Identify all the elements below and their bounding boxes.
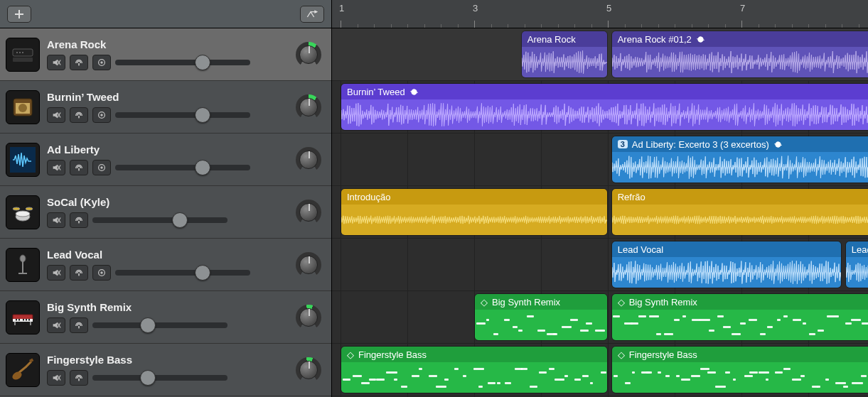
region[interactable]: Lead Vocal [611, 241, 842, 288]
track-instrument-icon[interactable] [6, 195, 40, 229]
region-label: Arena Rock #01,2 [618, 34, 692, 45]
take-count-badge: 3 [618, 140, 628, 148]
region-header: Arena Rock [522, 31, 607, 47]
solo-button[interactable] [70, 107, 88, 123]
svg-rect-31 [78, 221, 80, 224]
svg-point-3 [16, 52, 18, 53]
pan-knob[interactable] [293, 144, 324, 175]
region-label: Ad Liberty: Excerto 3 (3 excertos) [632, 139, 769, 150]
timeline-lane[interactable]: Lead VocalLead [332, 239, 868, 291]
track-instrument-icon[interactable] [6, 38, 40, 72]
track-instrument-icon[interactable] [6, 300, 40, 335]
svg-point-38 [100, 271, 103, 274]
input-monitor-button[interactable] [92, 160, 111, 175]
track-name-label: Burnin’ Tweed [47, 91, 286, 103]
mute-button[interactable] [47, 370, 65, 386]
solo-button[interactable] [70, 265, 88, 281]
pan-knob[interactable] [293, 302, 324, 333]
input-monitor-button[interactable] [92, 55, 111, 70]
solo-button[interactable] [70, 370, 88, 386]
region[interactable]: ◇Fingerstyle Bass [611, 346, 868, 393]
mute-button[interactable] [47, 160, 65, 175]
automation-catch-button[interactable] [300, 6, 324, 23]
region[interactable]: ◇Big Synth Remix [474, 293, 608, 341]
region[interactable]: 3Ad Liberty: Excerto 3 (3 excertos) [611, 136, 868, 183]
solo-button[interactable] [70, 212, 88, 228]
region-header: Lead [846, 241, 868, 257]
track-header[interactable]: Fingerstyle Bass [0, 344, 331, 396]
track-header[interactable]: Arena Rock [0, 28, 331, 81]
pan-knob[interactable] [293, 249, 324, 281]
loop-icon [773, 140, 783, 149]
track-header[interactable]: Burnin’ Tweed [0, 81, 331, 134]
topbar: 1357 [0, 0, 868, 28]
automation-icon [306, 9, 318, 20]
region-body [341, 99, 868, 130]
track-instrument-icon[interactable] [6, 353, 40, 387]
timeline-lane[interactable]: ◇Fingerstyle Bass◇Fingerstyle Bass [332, 344, 868, 396]
main-area: Arena RockBurnin’ TweedAd LibertySoCal (… [0, 28, 868, 397]
track-instrument-icon[interactable] [6, 143, 40, 177]
svg-rect-22 [78, 168, 80, 171]
volume-slider[interactable] [115, 56, 250, 69]
track-header[interactable]: Ad Liberty [0, 134, 331, 186]
mute-button[interactable] [47, 317, 65, 333]
region-label: Lead [852, 244, 868, 255]
track-header-toolbar [0, 0, 332, 28]
track-name-label: SoCal (Kyle) [47, 196, 286, 208]
timeline-lane[interactable]: Burnin’ Tweed [332, 81, 868, 134]
region[interactable]: Introdução [341, 188, 608, 236]
track-controls [47, 160, 286, 175]
volume-slider[interactable] [115, 161, 250, 174]
pan-knob[interactable] [293, 39, 324, 70]
track-body: Arena Rock [47, 38, 286, 70]
track-header[interactable]: Big Synth Remix [0, 291, 331, 344]
solo-button[interactable] [70, 160, 88, 175]
pan-knob[interactable] [293, 92, 324, 123]
track-instrument-icon[interactable] [6, 90, 40, 124]
solo-button[interactable] [70, 317, 88, 333]
track-instrument-icon[interactable] [6, 248, 40, 282]
track-body: Big Synth Remix [47, 301, 286, 333]
track-controls [47, 370, 286, 386]
svg-rect-41 [16, 319, 17, 321]
track-header[interactable]: SoCal (Kyle) [0, 186, 331, 239]
svg-rect-55 [78, 379, 80, 381]
svg-rect-47 [30, 322, 31, 325]
input-monitor-button[interactable] [92, 107, 111, 123]
region[interactable]: ◇Big Synth Remix [611, 293, 868, 341]
plus-icon [14, 9, 25, 20]
timeline-lane[interactable]: ◇Big Synth Remix◇Big Synth Remix [332, 291, 868, 344]
region[interactable]: Burnin’ Tweed [341, 83, 868, 131]
region[interactable]: ◇Fingerstyle Bass [341, 346, 608, 393]
region[interactable]: Refrão [611, 188, 868, 236]
svg-point-5 [22, 52, 23, 53]
solo-button[interactable] [70, 55, 88, 70]
track-header[interactable]: Lead Vocal [0, 239, 331, 291]
region[interactable]: Lead [845, 241, 868, 288]
region[interactable]: Arena Rock #01,2 [611, 31, 868, 78]
timeline-ruler[interactable]: 1357 [332, 0, 868, 28]
volume-slider[interactable] [92, 371, 227, 384]
add-track-button[interactable] [7, 6, 31, 23]
timeline-lane[interactable]: Arena RockArena Rock #01,2 [332, 28, 868, 81]
input-monitor-button[interactable] [92, 265, 111, 281]
pan-knob[interactable] [293, 354, 324, 386]
region-label: Lead Vocal [618, 244, 663, 255]
mute-button[interactable] [47, 55, 65, 70]
timeline[interactable]: Arena RockArena Rock #01,2Burnin’ Tweed3… [332, 28, 868, 397]
mute-button[interactable] [47, 265, 65, 281]
volume-slider[interactable] [115, 266, 250, 279]
timeline-lane[interactable]: IntroduçãoRefrão [332, 186, 868, 239]
mute-button[interactable] [47, 212, 65, 228]
timeline-lane[interactable]: 3Ad Liberty: Excerto 3 (3 excertos) [332, 134, 868, 186]
volume-slider[interactable] [92, 214, 227, 227]
volume-slider[interactable] [115, 109, 250, 121]
volume-slider[interactable] [92, 319, 227, 332]
region[interactable]: Arena Rock [521, 31, 608, 78]
region-body [612, 362, 868, 393]
region-header: Introdução [341, 189, 607, 205]
ruler-number: 1 [339, 3, 344, 13]
mute-button[interactable] [47, 107, 65, 123]
pan-knob[interactable] [293, 197, 324, 228]
